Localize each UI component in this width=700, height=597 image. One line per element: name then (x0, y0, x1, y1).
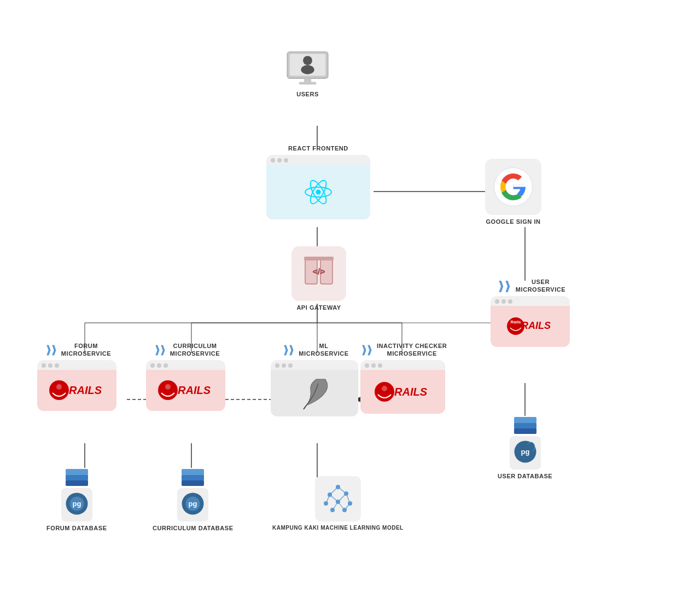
curriculum-ms-window: RAILS (146, 360, 225, 411)
svg-rect-62 (182, 480, 204, 486)
svg-rect-38 (304, 257, 334, 260)
users-node: USERS (284, 49, 331, 97)
svg-rect-25 (304, 78, 311, 82)
svg-text:Rails: Rails (510, 320, 521, 324)
svg-line-79 (330, 495, 338, 502)
ml-model-node: KAMPUNG KAKI MACHINE LEARNING MODEL (272, 476, 404, 531)
svg-rect-26 (299, 82, 317, 85)
user-db-node: pg pg USER DATABASE (498, 416, 552, 479)
svg-line-80 (338, 494, 346, 502)
ml-icon (295, 374, 334, 412)
svg-point-27 (316, 190, 321, 195)
inactivity-microservice-node: ❱❱ INACTIVITY CHECKERMICROSERVICE RAILS (358, 342, 447, 414)
user-microservice-node: ❱❱ USERMICROSERVICE Rails RAILS (491, 278, 570, 347)
rails-icon-user: Rails RAILS (506, 312, 555, 340)
forum-microservice-node: ❱❱ FORUMMICROSERVICE RAILS (37, 342, 116, 411)
svg-point-59 (158, 380, 178, 400)
google-icon (493, 166, 534, 207)
svg-point-60 (165, 384, 171, 390)
rails-icon-forum: RAILS (47, 376, 107, 404)
svg-text:pg: pg (72, 500, 81, 508)
svg-rect-63 (182, 474, 204, 480)
monitor-icon (284, 49, 331, 88)
svg-line-83 (338, 502, 345, 510)
svg-point-51 (56, 384, 62, 390)
inactivity-ms-window: RAILS (360, 360, 445, 414)
ml-microservice-node: ❱❱ MLMICROSERVICE (271, 342, 358, 416)
pg-icon-curriculum: pg (180, 491, 205, 516)
svg-line-78 (326, 495, 330, 503)
svg-line-77 (338, 487, 346, 494)
svg-text:pg: pg (189, 500, 197, 508)
svg-rect-44 (514, 417, 536, 423)
architecture-diagram: USERS REACT FRONTEND (0, 0, 700, 597)
svg-rect-42 (514, 428, 536, 434)
svg-line-82 (332, 502, 338, 510)
forum-db-node: pg FORUM DATABASE (46, 468, 107, 531)
svg-line-76 (330, 487, 338, 495)
react-icon (302, 176, 335, 208)
svg-text:RAILS: RAILS (69, 384, 102, 396)
svg-text:RAILS: RAILS (178, 384, 211, 396)
svg-point-86 (382, 386, 387, 391)
ml-model-icon (322, 483, 354, 513)
svg-text:RAILS: RAILS (521, 320, 551, 331)
api-gateway-icon: </> (302, 254, 335, 289)
svg-point-50 (49, 380, 69, 400)
svg-point-85 (375, 382, 394, 402)
svg-line-84 (345, 503, 350, 510)
rails-icon-curriculum: RAILS (156, 376, 216, 404)
svg-text:</>: </> (312, 267, 325, 276)
user-ms-window: Rails RAILS (491, 296, 570, 347)
react-frontend-node: REACT FRONTEND (266, 145, 370, 219)
ml-ms-window (271, 360, 358, 416)
pg-icon-user: pg pg (513, 439, 538, 464)
api-gateway-node: </> API GATEWAY (291, 246, 346, 311)
svg-rect-53 (66, 480, 88, 486)
svg-rect-64 (182, 469, 204, 475)
svg-rect-54 (66, 474, 88, 480)
db-stack-forum-icon (65, 468, 89, 487)
svg-line-81 (346, 494, 350, 503)
db-stack-curriculum-icon (180, 468, 205, 487)
db-stack-user-icon (513, 416, 538, 435)
svg-text:RAILS: RAILS (394, 386, 428, 398)
rails-icon-inactivity: RAILS (372, 378, 433, 405)
svg-point-24 (301, 65, 314, 74)
curriculum-microservice-node: ❱❱ CURRICULUMMICROSERVICE RAILS (146, 342, 225, 411)
pg-icon-forum: pg (65, 491, 89, 516)
svg-rect-43 (514, 422, 536, 428)
google-signin-node: GOOGLE SIGN IN (485, 159, 541, 225)
forum-ms-window: RAILS (37, 360, 116, 411)
svg-text:pg: pg (521, 448, 529, 456)
curriculum-db-node: pg CURRICULUM DATABASE (153, 468, 234, 531)
svg-rect-32 (514, 184, 526, 187)
svg-rect-55 (66, 469, 88, 475)
svg-point-23 (303, 56, 312, 65)
react-window (266, 155, 370, 219)
